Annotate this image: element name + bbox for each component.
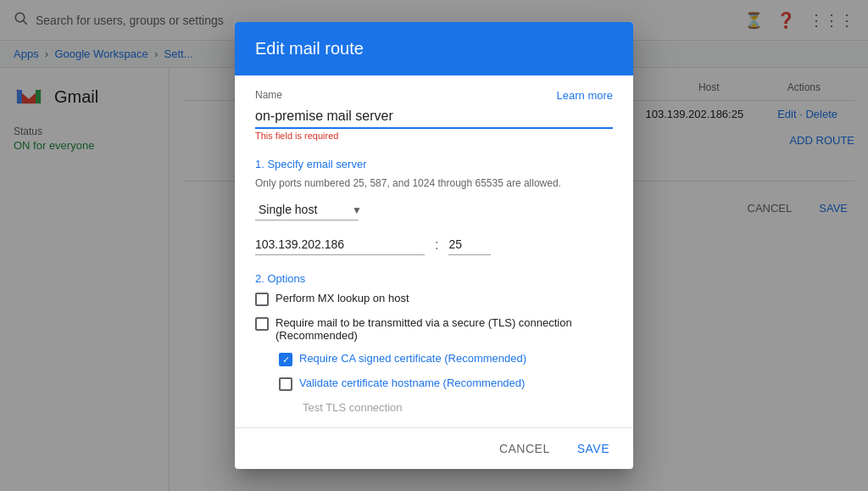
test-tls-link: Test TLS connection (303, 401, 613, 414)
host-type-row: Single host MX record lookup ▼ (255, 199, 613, 220)
dialog-footer: CANCEL SAVE (235, 427, 633, 469)
edit-mail-route-dialog: Edit mail route Name Learn more This fie… (235, 22, 633, 469)
checkbox1-label: Perform MX lookup on host (275, 292, 409, 304)
section2-title: 2. Options (255, 272, 613, 285)
name-input[interactable] (255, 105, 613, 129)
checkbox4[interactable] (279, 377, 292, 391)
learn-more-link[interactable]: Learn more (557, 89, 613, 102)
checkbox2[interactable] (255, 317, 269, 331)
checkbox2-label: Require mail to be transmitted via a sec… (275, 316, 613, 342)
ip-input[interactable] (255, 234, 425, 255)
checkbox1[interactable] (255, 293, 269, 306)
dialog-overlay: Edit mail route Name Learn more This fie… (0, 0, 868, 491)
checkbox4-label: Validate certificate hostname (Recommend… (299, 377, 525, 389)
dialog-cancel-button[interactable]: CANCEL (489, 435, 560, 462)
port-input[interactable] (448, 234, 491, 255)
checkbox3-row: Require CA signed certificate (Recommend… (279, 352, 613, 366)
dialog-title: Edit mail route (255, 39, 364, 58)
dialog-header: Edit mail route (235, 22, 633, 75)
section1-title: 1. Specify email server (255, 158, 613, 170)
host-type-select[interactable]: Single host MX record lookup (255, 199, 359, 220)
colon-separator: : (435, 237, 438, 253)
name-field-row: Name Learn more (255, 89, 613, 102)
port-hint: Only ports numbered 25, 587, and 1024 th… (255, 177, 613, 189)
checkbox1-row: Perform MX lookup on host (255, 292, 613, 306)
checkbox3-label: Require CA signed certificate (Recommend… (299, 352, 526, 365)
name-label: Name (255, 89, 282, 101)
dialog-body: Name Learn more This field is required 1… (235, 75, 633, 427)
checkbox3[interactable] (279, 353, 292, 366)
field-required-hint: This field is required (255, 131, 613, 141)
ip-port-row: : (255, 234, 613, 255)
dialog-save-button[interactable]: SAVE (567, 435, 620, 462)
checkbox2-row: Require mail to be transmitted via a sec… (255, 316, 613, 342)
checkbox4-row: Validate certificate hostname (Recommend… (279, 377, 613, 391)
